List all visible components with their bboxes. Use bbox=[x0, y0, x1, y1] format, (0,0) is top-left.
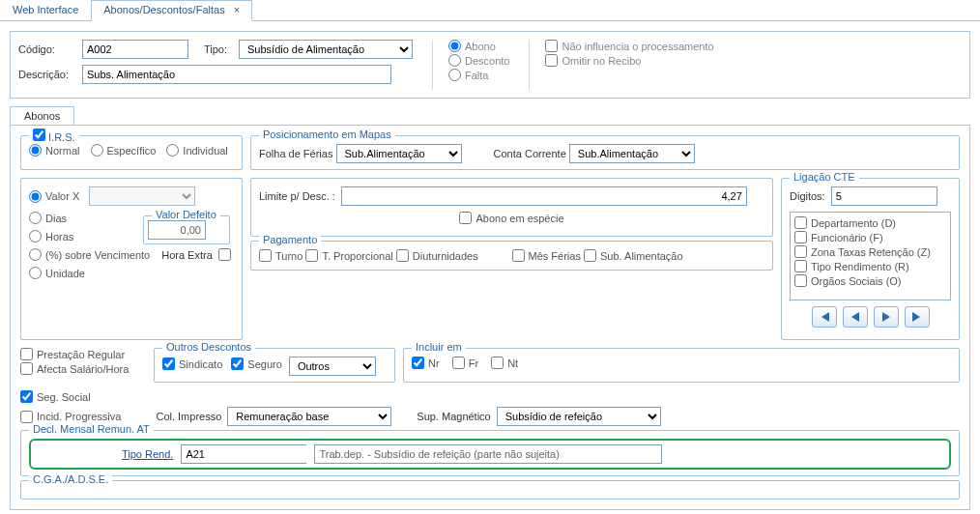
nav-prev-button[interactable] bbox=[843, 306, 868, 328]
tab-web-interface[interactable]: Web Interface bbox=[0, 0, 91, 20]
chk-sindicato-label: Sindicato bbox=[179, 358, 222, 370]
radio-irs-especifico[interactable] bbox=[91, 144, 103, 157]
nav-last-button[interactable] bbox=[905, 306, 930, 328]
chk-seguro[interactable] bbox=[231, 357, 244, 370]
cte-item-2: Zona Taxas Retenção (Z) bbox=[811, 246, 931, 258]
cte-item-1: Funcionário (F) bbox=[811, 232, 883, 243]
valor-x-select bbox=[89, 186, 195, 206]
chk-tprop[interactable] bbox=[305, 249, 318, 262]
chk-seguro-label: Seguro bbox=[247, 358, 281, 370]
tipo-select[interactable]: Subsídio de Alimentação bbox=[239, 40, 413, 59]
close-icon[interactable]: × bbox=[234, 4, 240, 15]
descricao-input[interactable] bbox=[82, 65, 391, 84]
decl-highlight: Tipo Rend. 🔍 bbox=[29, 439, 951, 470]
conta-corrente-select[interactable]: Sub.Alimentação bbox=[569, 144, 695, 163]
sup-magnetico-select[interactable]: Subsídio de refeição bbox=[497, 407, 661, 426]
radio-falta-label: Falta bbox=[465, 70, 488, 81]
chk-diut-label: Diuturnidades bbox=[413, 250, 478, 262]
radio-irs-normal-label: Normal bbox=[45, 145, 79, 157]
chk-sub-alimentacao-label: Sub. Alimentação bbox=[600, 250, 683, 262]
chk-incluir-nt[interactable] bbox=[491, 357, 504, 369]
folha-ferias-label: Folha de Férias bbox=[259, 148, 332, 159]
sup-magnetico-label: Sup. Magnético bbox=[417, 411, 490, 422]
radio-dias[interactable] bbox=[29, 212, 42, 224]
chk-cte-zona[interactable] bbox=[794, 245, 807, 258]
radio-irs-individual[interactable] bbox=[166, 144, 179, 157]
tipo-rend-input[interactable] bbox=[182, 445, 323, 463]
tipo-label: Tipo: bbox=[204, 43, 233, 55]
codigo-label: Código: bbox=[18, 43, 76, 55]
chk-afecta-salario-label: Afecta Salário/Hora bbox=[37, 363, 129, 375]
radio-horas[interactable] bbox=[29, 230, 42, 243]
chk-turno-label: Turno bbox=[275, 250, 303, 262]
chk-irs[interactable] bbox=[33, 128, 45, 141]
cte-legend: Ligação CTE bbox=[790, 171, 859, 183]
radio-horas-label: Horas bbox=[45, 231, 73, 243]
outros-desc-legend: Outros Descontos bbox=[162, 341, 255, 353]
chk-incluir-nr[interactable] bbox=[412, 357, 424, 369]
valor-defeito-legend: Valor Defeito bbox=[152, 209, 220, 220]
tab-abonos-descontos-faltas[interactable]: Abonos/Descontos/Faltas × bbox=[91, 0, 252, 21]
chk-omitir-recibo[interactable] bbox=[545, 54, 558, 67]
outros-select[interactable]: Outros bbox=[289, 357, 376, 376]
limite-label: Limite p/ Desc. : bbox=[259, 190, 335, 202]
chk-incid-prog-label: Incid. Progressiva bbox=[37, 411, 121, 422]
chk-seg-social[interactable] bbox=[20, 390, 33, 403]
chk-nao-influencia-label: Não influencia o processamento bbox=[562, 41, 713, 52]
radio-abono-label: Abono bbox=[465, 41, 496, 52]
tipo-rend-link[interactable]: Tipo Rend. bbox=[122, 448, 173, 460]
subtab-abonos[interactable]: Abonos bbox=[10, 106, 74, 125]
chk-mes-ferias[interactable] bbox=[512, 249, 525, 262]
radio-unidade[interactable] bbox=[29, 267, 42, 279]
chk-mes-ferias-label: Mês Férias bbox=[529, 250, 581, 262]
chk-diut[interactable] bbox=[396, 249, 409, 262]
radio-unidade-label: Unidade bbox=[45, 268, 85, 279]
nav-first-button[interactable] bbox=[812, 306, 837, 328]
chk-prest-regular[interactable] bbox=[20, 348, 33, 360]
radio-dias-label: Dias bbox=[45, 213, 67, 224]
radio-irs-normal[interactable] bbox=[29, 144, 42, 157]
radio-valor-x[interactable] bbox=[29, 190, 42, 203]
radio-irs-individual-label: Individual bbox=[183, 145, 227, 157]
pagamento-legend: Pagamento bbox=[259, 234, 321, 245]
chk-nao-influencia[interactable] bbox=[545, 40, 558, 52]
cga-legend: C.G.A./A.D.S.E. bbox=[29, 473, 112, 485]
codigo-input[interactable] bbox=[82, 40, 188, 59]
descricao-label: Descrição: bbox=[18, 69, 76, 80]
chk-hora-extra[interactable] bbox=[218, 248, 231, 261]
cte-list[interactable]: Departamento (D) Funcionário (F) Zona Ta… bbox=[790, 212, 951, 300]
chk-cte-dep[interactable] bbox=[794, 216, 807, 229]
chk-cte-func[interactable] bbox=[794, 231, 807, 243]
chk-incid-prog[interactable] bbox=[20, 411, 33, 423]
radio-valor-x-label: Valor X bbox=[45, 190, 79, 202]
chk-sub-alimentacao[interactable] bbox=[584, 249, 596, 262]
folha-ferias-select[interactable]: Sub.Alimentação bbox=[336, 144, 462, 163]
cte-digitos-label: Digitos: bbox=[790, 190, 825, 202]
cte-item-0: Departamento (D) bbox=[811, 217, 896, 229]
chk-cte-tipo[interactable] bbox=[794, 260, 807, 272]
radio-falta[interactable] bbox=[448, 69, 461, 81]
radio-pct-venc-label: (%) sobre Vencimento bbox=[45, 249, 150, 261]
chk-incluir-nt-label: Nt bbox=[507, 357, 518, 369]
col-impresso-select[interactable]: Remuneração base bbox=[227, 407, 391, 426]
radio-desconto-label: Desconto bbox=[465, 55, 509, 67]
chk-abono-especie-label: Abono em espécie bbox=[476, 213, 563, 224]
chk-sindicato[interactable] bbox=[162, 357, 175, 370]
radio-pct-venc[interactable] bbox=[29, 248, 42, 261]
cte-item-4: Orgãos Sociais (O) bbox=[811, 275, 902, 287]
cte-item-3: Tipo Rendimento (R) bbox=[811, 261, 909, 272]
mapas-legend: Posicionamento em Mapas bbox=[259, 128, 395, 140]
decl-legend: Decl. Mensal Remun. AT bbox=[29, 423, 154, 435]
main-tab-strip: Web Interface Abonos/Descontos/Faltas × bbox=[0, 0, 980, 21]
limite-input[interactable] bbox=[341, 186, 747, 206]
radio-abono[interactable] bbox=[448, 40, 461, 52]
chk-abono-especie[interactable] bbox=[459, 212, 472, 224]
radio-desconto[interactable] bbox=[448, 54, 461, 67]
chk-turno[interactable] bbox=[259, 249, 272, 262]
irs-legend: I.R.S. bbox=[48, 131, 75, 143]
cte-digitos-input[interactable] bbox=[831, 186, 937, 206]
chk-cte-orgaos[interactable] bbox=[794, 274, 807, 287]
chk-incluir-fr[interactable] bbox=[452, 357, 465, 369]
chk-afecta-salario[interactable] bbox=[20, 362, 33, 375]
nav-next-button[interactable] bbox=[874, 306, 899, 328]
